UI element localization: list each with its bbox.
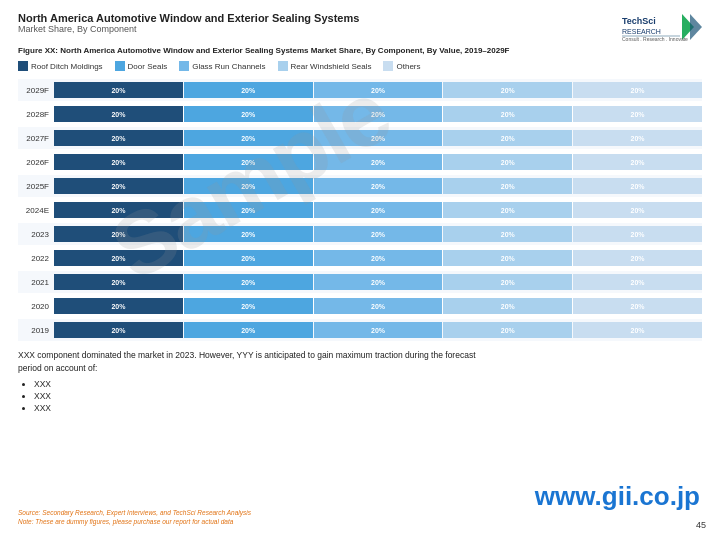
legend-label-roof-ditch: Roof Ditch Moldings: [31, 62, 103, 71]
logo-svg-graphic: TechSci RESEARCH Consult . Research . In…: [622, 12, 702, 42]
legend-item-rear-windshield: Rear Windshield Seals: [278, 61, 372, 71]
bar-container-2020: 20%20%20%20%20%: [54, 298, 702, 314]
bar-segment-2020-roof-ditch: 20%: [54, 298, 183, 314]
legend-color-others: [383, 61, 393, 71]
report-subtitle: Market Share, By Component: [18, 24, 359, 34]
legend-color-glass-run: [179, 61, 189, 71]
bar-segment-2022-others: 20%: [573, 250, 702, 266]
bar-container-2024E: 20%20%20%20%20%: [54, 202, 702, 218]
bar-segment-2022-glass-run: 20%: [314, 250, 443, 266]
bar-segment-2023-roof-ditch: 20%: [54, 226, 183, 242]
year-label-2019: 2019: [18, 326, 54, 335]
bar-segment-2023-rear-windshield: 20%: [443, 226, 572, 242]
svg-text:RESEARCH: RESEARCH: [622, 28, 661, 35]
legend-label-glass-run: Glass Run Channels: [192, 62, 265, 71]
bar-segment-2027F-roof-ditch: 20%: [54, 130, 183, 146]
bar-segment-2026F-others: 20%: [573, 154, 702, 170]
report-title: North America Automotive Window and Exte…: [18, 12, 359, 24]
bar-segment-2028F-glass-run: 20%: [314, 106, 443, 122]
bar-segment-2022-roof-ditch: 20%: [54, 250, 183, 266]
footer-line2: Note: These are dummy figures, please pu…: [18, 517, 251, 526]
bullet-item: XXX: [34, 379, 702, 389]
bar-container-2027F: 20%20%20%20%20%: [54, 130, 702, 146]
bar-container-2025F: 20%20%20%20%20%: [54, 178, 702, 194]
bar-segment-2029F-others: 20%: [573, 82, 702, 98]
bar-segment-2025F-others: 20%: [573, 178, 702, 194]
year-label-2022: 2022: [18, 254, 54, 263]
svg-text:TechSci: TechSci: [622, 16, 656, 26]
page: North America Automotive Window and Exte…: [0, 0, 720, 540]
figure-title: Figure XX: North America Automotive Wind…: [18, 46, 702, 55]
footer-notes: Source: Secondary Research, Expert Inter…: [18, 508, 251, 526]
bar-segment-2027F-door-seals: 20%: [184, 130, 313, 146]
bar-segment-2025F-glass-run: 20%: [314, 178, 443, 194]
chart-row-2021: 202120%20%20%20%20%: [18, 271, 702, 293]
bar-segment-2029F-roof-ditch: 20%: [54, 82, 183, 98]
bar-segment-2020-rear-windshield: 20%: [443, 298, 572, 314]
year-label-2028F: 2028F: [18, 110, 54, 119]
bar-container-2023: 20%20%20%20%20%: [54, 226, 702, 242]
bar-segment-2025F-roof-ditch: 20%: [54, 178, 183, 194]
year-label-2025F: 2025F: [18, 182, 54, 191]
bar-segment-2024E-rear-windshield: 20%: [443, 202, 572, 218]
bar-segment-2024E-roof-ditch: 20%: [54, 202, 183, 218]
chart-row-2022: 202220%20%20%20%20%: [18, 247, 702, 269]
header: North America Automotive Window and Exte…: [18, 12, 702, 42]
year-label-2024E: 2024E: [18, 206, 54, 215]
bar-segment-2020-door-seals: 20%: [184, 298, 313, 314]
year-label-2029F: 2029F: [18, 86, 54, 95]
bar-segment-2023-glass-run: 20%: [314, 226, 443, 242]
chart-row-2026F: 2026F20%20%20%20%20%: [18, 151, 702, 173]
bar-container-2021: 20%20%20%20%20%: [54, 274, 702, 290]
legend-label-rear-windshield: Rear Windshield Seals: [291, 62, 372, 71]
bar-segment-2023-door-seals: 20%: [184, 226, 313, 242]
bar-container-2028F: 20%20%20%20%20%: [54, 106, 702, 122]
bullet-item: XXX: [34, 403, 702, 413]
bar-segment-2029F-door-seals: 20%: [184, 82, 313, 98]
year-label-2027F: 2027F: [18, 134, 54, 143]
year-label-2023: 2023: [18, 230, 54, 239]
bar-segment-2021-glass-run: 20%: [314, 274, 443, 290]
bar-segment-2023-others: 20%: [573, 226, 702, 242]
bar-segment-2028F-door-seals: 20%: [184, 106, 313, 122]
legend-item-glass-run: Glass Run Channels: [179, 61, 265, 71]
legend-item-door-seals: Door Seals: [115, 61, 168, 71]
chart-row-2024E: 2024E20%20%20%20%20%: [18, 199, 702, 221]
bar-container-2026F: 20%20%20%20%20%: [54, 154, 702, 170]
bar-segment-2027F-others: 20%: [573, 130, 702, 146]
chart-row-2020: 202020%20%20%20%20%: [18, 295, 702, 317]
bar-segment-2025F-door-seals: 20%: [184, 178, 313, 194]
legend-color-rear-windshield: [278, 61, 288, 71]
year-label-2020: 2020: [18, 302, 54, 311]
description-text: XXX component dominated the market in 20…: [18, 349, 498, 375]
legend-color-roof-ditch: [18, 61, 28, 71]
page-number: 45: [696, 520, 706, 530]
bar-segment-2025F-rear-windshield: 20%: [443, 178, 572, 194]
gii-url: www.gii.co.jp: [535, 481, 700, 512]
bar-segment-2019-glass-run: 20%: [314, 322, 443, 338]
chart-row-2028F: 2028F20%20%20%20%20%: [18, 103, 702, 125]
bar-segment-2026F-glass-run: 20%: [314, 154, 443, 170]
bar-segment-2020-others: 20%: [573, 298, 702, 314]
bullet-list: XXXXXXXXX: [34, 379, 702, 413]
bar-segment-2021-door-seals: 20%: [184, 274, 313, 290]
bar-segment-2022-rear-windshield: 20%: [443, 250, 572, 266]
svg-marker-1: [690, 14, 702, 40]
bar-segment-2019-roof-ditch: 20%: [54, 322, 183, 338]
bar-segment-2021-roof-ditch: 20%: [54, 274, 183, 290]
bullet-item: XXX: [34, 391, 702, 401]
legend-label-door-seals: Door Seals: [128, 62, 168, 71]
bar-segment-2021-rear-windshield: 20%: [443, 274, 572, 290]
bar-container-2019: 20%20%20%20%20%: [54, 322, 702, 338]
bar-segment-2027F-rear-windshield: 20%: [443, 130, 572, 146]
bar-segment-2024E-glass-run: 20%: [314, 202, 443, 218]
legend-item-others: Others: [383, 61, 420, 71]
legend-color-door-seals: [115, 61, 125, 71]
chart-row-2029F: 2029F20%20%20%20%20%: [18, 79, 702, 101]
legend-item-roof-ditch: Roof Ditch Moldings: [18, 61, 103, 71]
bar-container-2022: 20%20%20%20%20%: [54, 250, 702, 266]
chart-row-2023: 202320%20%20%20%20%: [18, 223, 702, 245]
chart-row-2027F: 2027F20%20%20%20%20%: [18, 127, 702, 149]
chart-row-2025F: 2025F20%20%20%20%20%: [18, 175, 702, 197]
bar-segment-2019-others: 20%: [573, 322, 702, 338]
